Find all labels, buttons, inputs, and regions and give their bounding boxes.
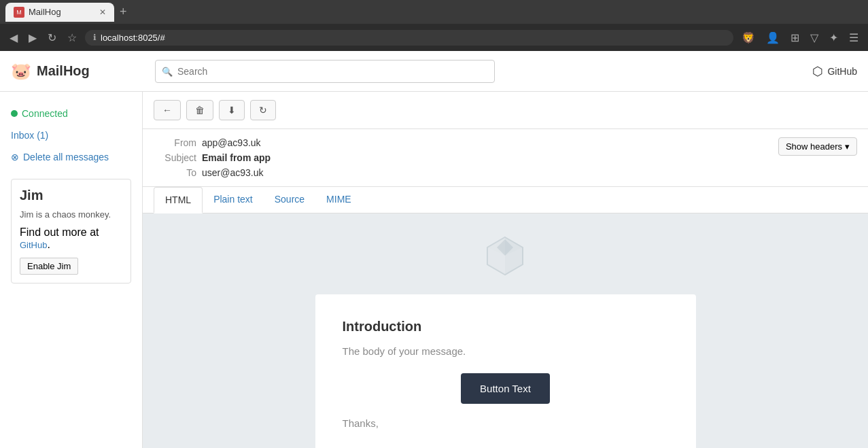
github-icon: ⬡ <box>812 64 823 79</box>
tab-html[interactable]: HTML <box>154 187 203 213</box>
jim-github-link[interactable]: GitHub <box>20 240 47 250</box>
brave-icon[interactable]: 🦁 <box>739 29 758 47</box>
jim-find-more-text: Find out more at <box>20 226 99 238</box>
email-tabs: HTML Plain text Source MIME <box>143 187 868 213</box>
email-toolbar: ← 🗑 ⬇ ↻ <box>143 92 868 129</box>
menu-button[interactable]: ☰ <box>846 29 861 47</box>
tab-close-button[interactable]: ✕ <box>99 7 106 17</box>
app: 🐷 MailHog 🔍 ⬡ GitHub Connected Inbox (1) <box>0 51 868 448</box>
show-headers-label: Show headers <box>786 141 842 152</box>
extension-icon-1[interactable]: 👤 <box>763 29 782 47</box>
from-row: From app@ac93.uk <box>159 137 852 148</box>
email-intro-heading: Introduction <box>343 319 669 334</box>
jim-find-more: Find out more at GitHub. <box>20 226 122 251</box>
connected-label: Connected <box>22 108 68 119</box>
subject-label: Subject <box>159 152 196 163</box>
jim-description: Jim is a chaos monkey. <box>20 209 122 221</box>
inbox-link[interactable]: Inbox (1) <box>0 124 142 146</box>
chevron-down-icon: ▾ <box>845 141 850 152</box>
download-icon: ⬇ <box>228 105 236 116</box>
subject-value: Email from app <box>202 152 271 163</box>
refresh-toolbar-button[interactable]: ↻ <box>250 100 276 120</box>
app-logo: 🐷 MailHog <box>11 62 147 81</box>
github-link[interactable]: ⬡ GitHub <box>812 64 857 79</box>
back-toolbar-button[interactable]: ← <box>154 100 181 120</box>
jim-github-label: GitHub <box>20 240 47 250</box>
extension-icon-2[interactable]: ⊞ <box>788 29 802 47</box>
sidebar: Connected Inbox (1) ⊗ Delete all message… <box>0 92 143 448</box>
search-icon: 🔍 <box>162 66 173 76</box>
browser-chrome: M MailHog ✕ + ◀ ▶ ↻ ☆ ℹ localhost:8025/#… <box>0 0 868 51</box>
refresh-icon: ↻ <box>259 105 267 116</box>
reload-button[interactable]: ↻ <box>45 29 59 47</box>
tab-plain-text[interactable]: Plain text <box>203 187 264 213</box>
to-row: To user@ac93.uk <box>159 167 852 178</box>
url-display: localhost:8025/# <box>101 33 165 43</box>
email-body-wrapper: Introduction The body of your message. B… <box>143 213 868 448</box>
active-tab[interactable]: M MailHog ✕ <box>5 3 114 22</box>
address-bar[interactable]: ℹ localhost:8025/# <box>85 30 733 46</box>
search-wrapper: 🔍 <box>155 60 495 83</box>
tab-plain-text-label: Plain text <box>213 194 253 205</box>
browser-nav: ◀ ▶ ↻ ☆ ℹ localhost:8025/# 🦁 👤 ⊞ ▽ ✦ ☰ <box>0 24 868 51</box>
email-cta: Button Text <box>343 373 669 404</box>
tab-html-label: HTML <box>165 194 191 205</box>
app-name: MailHog <box>37 63 90 79</box>
delete-all-label: Delete all messages <box>23 152 109 162</box>
tab-mime-label: MIME <box>326 194 351 205</box>
tab-source[interactable]: Source <box>264 187 315 213</box>
browser-nav-icons: 🦁 👤 ⊞ ▽ ✦ ☰ <box>739 29 861 47</box>
delete-circle-icon: ⊗ <box>11 152 19 162</box>
enable-jim-label: Enable Jim <box>27 261 71 271</box>
github-label: GitHub <box>827 66 857 77</box>
app-header: 🐷 MailHog 🔍 ⬡ GitHub <box>0 51 868 92</box>
search-input[interactable] <box>155 60 495 83</box>
tab-favicon: M <box>14 7 24 18</box>
inbox-label: Inbox (1) <box>11 130 48 141</box>
cta-button[interactable]: Button Text <box>461 373 550 404</box>
delete-all-button[interactable]: ⊗ Delete all messages <box>0 146 142 168</box>
security-icon: ℹ <box>93 33 97 42</box>
to-label: To <box>159 167 196 178</box>
connected-dot <box>11 110 18 117</box>
show-headers-button[interactable]: Show headers ▾ <box>778 137 857 156</box>
download-toolbar-button[interactable]: ⬇ <box>219 100 245 120</box>
email-content: Introduction The body of your message. B… <box>143 213 868 448</box>
delete-toolbar-button[interactable]: 🗑 <box>186 100 213 120</box>
enable-jim-button[interactable]: Enable Jim <box>20 258 78 275</box>
forward-button[interactable]: ▶ <box>26 29 39 47</box>
cta-button-label: Button Text <box>480 383 531 394</box>
extension-icon-4[interactable]: ✦ <box>827 29 841 47</box>
back-icon: ← <box>162 105 172 116</box>
tab-mime[interactable]: MIME <box>315 187 362 213</box>
email-intro-text: The body of your message. <box>343 345 669 357</box>
email-meta: From app@ac93.uk Subject Email from app … <box>143 129 868 187</box>
from-value: app@ac93.uk <box>202 137 261 148</box>
delete-icon: 🗑 <box>195 105 205 116</box>
connected-status: Connected <box>0 103 142 124</box>
to-value: user@ac93.uk <box>202 167 263 178</box>
search-bar: 🔍 <box>155 60 495 83</box>
tab-source-label: Source <box>275 194 305 205</box>
thanks-text: Thanks, <box>343 417 669 429</box>
browser-tabs: M MailHog ✕ + <box>0 0 868 24</box>
laravel-logo <box>483 234 527 281</box>
subject-row: Subject Email from app <box>159 152 852 163</box>
email-panel: ← 🗑 ⬇ ↻ From app@ac93.uk Su <box>143 92 868 448</box>
app-main: Connected Inbox (1) ⊗ Delete all message… <box>0 92 868 448</box>
tab-title: MailHog <box>29 7 61 17</box>
new-tab-button[interactable]: + <box>117 2 130 22</box>
back-button[interactable]: ◀ <box>7 29 20 47</box>
jim-box: Jim Jim is a chaos monkey. Find out more… <box>11 179 131 283</box>
extension-icon-3[interactable]: ▽ <box>808 29 821 47</box>
jim-desc-text: Jim is a chaos monkey. <box>20 209 111 220</box>
bookmark-button[interactable]: ☆ <box>65 29 80 47</box>
mailhog-logo-icon: 🐷 <box>11 62 31 81</box>
from-label: From <box>159 137 196 148</box>
jim-title: Jim <box>20 188 122 203</box>
email-card: Introduction The body of your message. B… <box>315 294 696 448</box>
